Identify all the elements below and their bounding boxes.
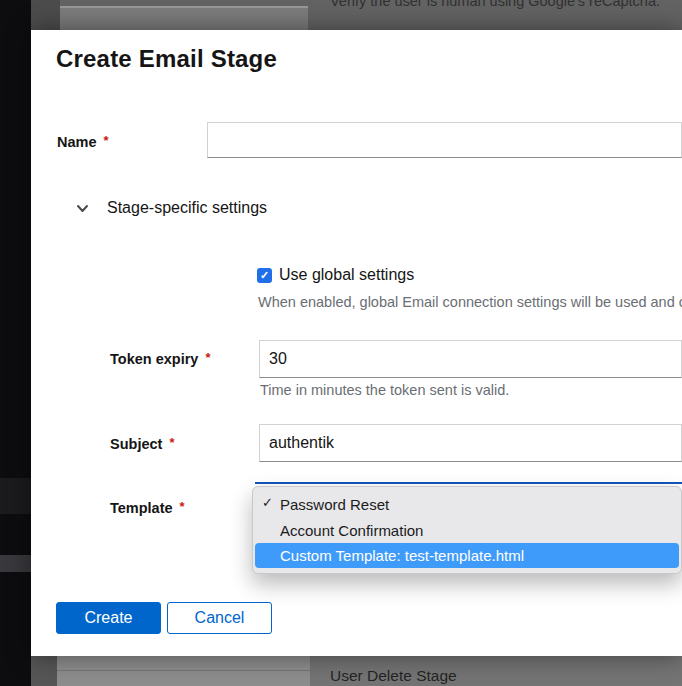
dimmed-row-description: Verify the user is human using Google's … [330, 0, 660, 9]
dimmed-table-cell [57, 656, 310, 686]
dimmed-table-gutter [30, 656, 57, 686]
dropdown-option-password-reset[interactable]: ✓ Password Reset [253, 491, 681, 517]
checkmark-icon: ✓ [262, 495, 273, 510]
subject-label: Subject* [110, 435, 174, 452]
section-label: Stage-specific settings [107, 199, 267, 217]
screen: Verify the user is human using Google's … [0, 0, 682, 686]
template-label: Template* [110, 499, 185, 516]
dropdown-option-label: Password Reset [280, 496, 389, 513]
name-input[interactable] [207, 122, 682, 158]
sidebar-item [0, 555, 31, 572]
required-asterisk: * [169, 435, 174, 450]
dimmed-table-divider [57, 670, 310, 671]
subject-input[interactable] [259, 424, 682, 462]
required-asterisk: * [205, 350, 210, 365]
template-select-focus-border [255, 482, 682, 484]
token-expiry-input[interactable] [259, 340, 682, 378]
use-global-settings-checkbox[interactable]: ✓ [257, 268, 272, 283]
name-label-text: Name [57, 134, 97, 150]
dropdown-option-custom-template[interactable]: Custom Template: test-template.html [255, 543, 679, 568]
dimmed-table-cell [60, 6, 308, 30]
dropdown-option-account-confirmation[interactable]: Account Confirmation [253, 517, 681, 543]
template-label-text: Template [110, 500, 173, 516]
token-expiry-label: Token expiry* [110, 350, 210, 367]
dropdown-option-label: Account Confirmation [280, 522, 423, 539]
token-expiry-help: Time in minutes the token sent is valid. [260, 382, 509, 398]
dimmed-page-bottom: User Delete Stage [30, 656, 682, 686]
stage-specific-settings-toggle[interactable]: Stage-specific settings [75, 199, 267, 217]
use-global-settings-help: When enabled, global Email connection se… [258, 294, 682, 310]
create-email-stage-modal: Create Email Stage Name* Stage-specific … [31, 30, 682, 656]
name-label: Name* [57, 133, 109, 150]
modal-title: Create Email Stage [56, 45, 277, 73]
sidebar-item-highlighted [0, 478, 31, 514]
template-dropdown-menu: ✓ Password Reset Account Confirmation Cu… [252, 486, 682, 574]
cancel-button[interactable]: Cancel [167, 602, 272, 634]
dimmed-page-top: Verify the user is human using Google's … [30, 0, 682, 30]
required-asterisk: * [104, 133, 109, 148]
dimmed-table-gutter [30, 0, 60, 30]
dropdown-option-label: Custom Template: test-template.html [280, 547, 524, 564]
use-global-settings-label[interactable]: Use global settings [279, 266, 414, 284]
checkmark-icon: ✓ [260, 270, 269, 281]
create-button[interactable]: Create [56, 602, 161, 634]
dimmed-row-title: User Delete Stage [330, 667, 457, 685]
token-expiry-label-text: Token expiry [110, 351, 198, 367]
required-asterisk: * [180, 499, 185, 514]
app-sidebar [0, 0, 31, 686]
chevron-down-icon [75, 201, 90, 216]
subject-label-text: Subject [110, 436, 162, 452]
